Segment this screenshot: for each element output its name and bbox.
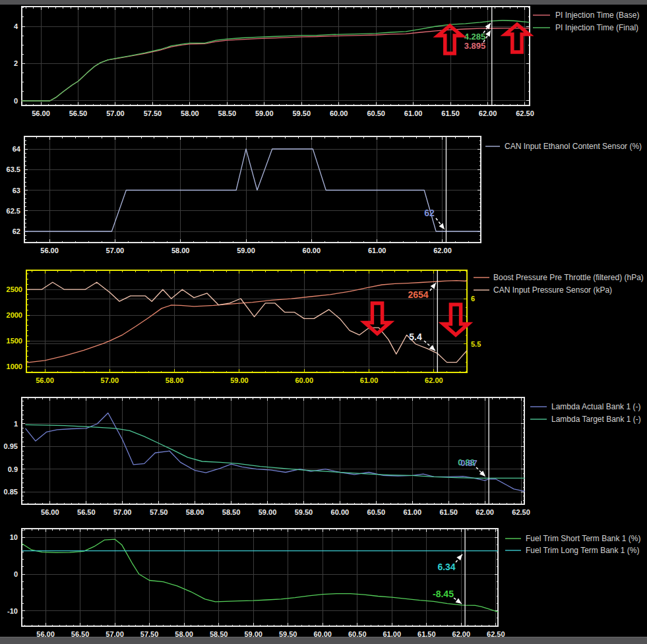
legend-entry[interactable]: CAN Input Ethanol Content Sensor (%) (485, 142, 642, 151)
y-tick-label: 0.9 (8, 465, 18, 473)
grid-ethanol-content (24, 136, 481, 243)
axis-labels-fuel-trim: 56.0056.5057.0057.5058.0058.5059.0059.50… (7, 533, 505, 638)
x-tick-label: 59.00 (255, 109, 274, 117)
y-tick-label: 63 (13, 187, 20, 194)
legend-label: Boost Pressure Pre Throttle (filtered) (… (493, 273, 644, 282)
y-tick-label: 0.85 (4, 488, 18, 496)
ticks-lambda (22, 397, 524, 504)
plot-border-ethanol-content[interactable] (24, 136, 481, 243)
axis-labels-ethanol-content: 56.0057.0058.0059.0060.0061.0062.006262.… (7, 145, 452, 254)
y-tick-label: 0 (14, 570, 18, 578)
legend-entry[interactable]: Fuel Trim Short Term Bank 1 (%) (505, 534, 641, 543)
grid-fuel-trim (22, 529, 498, 626)
legend-label: PI Injection Time (Final) (555, 23, 638, 32)
x-tick-label: 58.00 (166, 376, 184, 384)
x-tick-label: 59.00 (259, 508, 277, 516)
legend-entry[interactable]: Boost Pressure Pre Throttle (filtered) (… (474, 273, 644, 282)
legend-entry[interactable]: PI Injection Time (Final) (533, 23, 638, 32)
series-line (27, 282, 468, 362)
x-tick-label: 61.50 (441, 109, 460, 117)
x-tick-label: 62.50 (512, 508, 530, 516)
x-tick-label: 58.50 (218, 109, 237, 117)
bottom-chrome-strip (0, 637, 647, 644)
chart-panel-boost-pressure: 56.0057.0058.0059.0060.0061.0062.0010001… (7, 270, 644, 384)
x-tick-label: 62.00 (425, 376, 443, 384)
legend-entry[interactable]: Fuel Trim Long Term Bank 1 (%) (505, 546, 640, 555)
x-tick-label: 62.50 (516, 109, 534, 117)
y-tick-label: 10 (10, 533, 18, 541)
legend-label: Fuel Trim Long Term Bank 1 (%) (526, 546, 640, 555)
plot-border-pi-injection-time[interactable] (22, 7, 530, 105)
cursor-value-label: 2654 (408, 289, 428, 300)
x-tick-label: 57.50 (150, 508, 168, 516)
y-tick-label: 1000 (7, 363, 22, 370)
x-tick-label: 58.50 (222, 508, 241, 516)
legend-pi-injection-time: PI Injection Time (Base)PI Injection Tim… (533, 11, 639, 32)
ticks-boost-pressure (26, 270, 467, 372)
y-tick-label: 62 (13, 227, 20, 235)
x-tick-label: 57.00 (101, 376, 119, 384)
legend-label: Fuel Trim Short Term Bank 1 (%) (526, 534, 641, 543)
x-tick-label: 60.00 (330, 109, 348, 117)
y-tick-label: 2500 (7, 285, 22, 293)
x-tick-label: 62.00 (476, 508, 494, 516)
x-tick-label: 62.00 (479, 109, 497, 117)
series-line (27, 281, 468, 363)
plot-border-boost-pressure[interactable] (26, 270, 467, 372)
chart-panel-pi-injection-time: 56.0056.5057.0057.5058.0058.5059.0059.50… (14, 7, 640, 117)
plot-border-lambda[interactable] (22, 397, 524, 504)
x-tick-label: 56.00 (40, 247, 59, 254)
x-tick-label: 56.50 (69, 109, 88, 117)
ticks-pi-injection-time (22, 7, 530, 105)
legend-boost-pressure: Boost Pressure Pre Throttle (filtered) (… (474, 273, 644, 295)
legend-label: Lambda Actual Bank 1 (-) (551, 402, 640, 411)
cursor-value-label: 5.4 (409, 332, 422, 342)
callout-arrowhead-icon (431, 283, 436, 289)
y2-tick-label: 6 (471, 295, 475, 303)
y-tick-label: 63.5 (7, 165, 20, 173)
x-tick-label: 60.00 (295, 376, 313, 384)
x-tick-label: 57.50 (144, 109, 162, 117)
x-tick-label: 59.00 (237, 247, 255, 254)
grid-pi-injection-time (22, 7, 530, 105)
log-chart-canvas[interactable]: 56.0056.5057.0057.5058.0058.5059.0059.50… (0, 0, 647, 644)
legend-entry[interactable]: PI Injection Time (Base) (533, 11, 639, 20)
legend-entry[interactable]: Lambda Target Bank 1 (-) (530, 415, 641, 424)
legend-entry[interactable]: Lambda Actual Bank 1 (-) (530, 402, 640, 411)
callout-arrowhead-icon (439, 223, 445, 229)
x-tick-label: 57.00 (113, 508, 132, 516)
annotations-boost-pressure: 26545.4 (365, 283, 468, 351)
x-tick-label: 62.00 (433, 247, 452, 254)
legend-entry[interactable]: CAN Input Pressure Sensor (kPa) (474, 285, 612, 295)
x-tick-label: 57.00 (106, 109, 125, 117)
x-tick-label: 61.00 (360, 376, 379, 384)
cursor-value-label: 62 (424, 208, 435, 218)
y-tick-label: 0.95 (4, 442, 18, 450)
axis-labels-lambda: 56.0056.5057.0057.5058.0058.5059.0059.50… (4, 420, 530, 516)
grid-boost-pressure (26, 270, 467, 372)
chart-panel-ethanol-content: 56.0057.0058.0059.0060.0061.0062.006262.… (7, 136, 642, 254)
y-tick-label: 64 (13, 145, 21, 153)
y2-tick-label: 5.5 (471, 340, 481, 348)
legend-ethanol-content: CAN Input Ethanol Content Sensor (%) (485, 142, 642, 151)
x-tick-label: 56.50 (77, 508, 96, 516)
x-tick-label: 61.00 (368, 247, 386, 254)
legend-fuel-trim: Fuel Trim Short Term Bank 1 (%)Fuel Trim… (505, 534, 641, 555)
x-tick-label: 61.50 (439, 508, 458, 516)
legend-label: CAN Input Pressure Sensor (kPa) (493, 285, 612, 295)
x-tick-label: 60.00 (303, 247, 321, 254)
y-tick-label: 0 (14, 97, 18, 105)
legend-lambda: Lambda Actual Bank 1 (-)Lambda Target Ba… (530, 402, 641, 424)
cursor-value-label: 0.87 (460, 458, 477, 468)
series-line (26, 413, 525, 492)
x-tick-label: 60.50 (367, 109, 385, 117)
x-tick-label: 57.00 (106, 247, 125, 254)
x-tick-label: 58.00 (186, 508, 204, 516)
y-tick-label: 1 (14, 420, 18, 428)
x-tick-label: 56.00 (36, 376, 54, 384)
x-tick-label: 56.00 (32, 109, 50, 117)
x-tick-label: 59.50 (295, 508, 313, 516)
x-tick-label: 59.00 (230, 376, 249, 384)
x-tick-label: 60.00 (331, 508, 350, 516)
grid-lambda (22, 397, 524, 504)
